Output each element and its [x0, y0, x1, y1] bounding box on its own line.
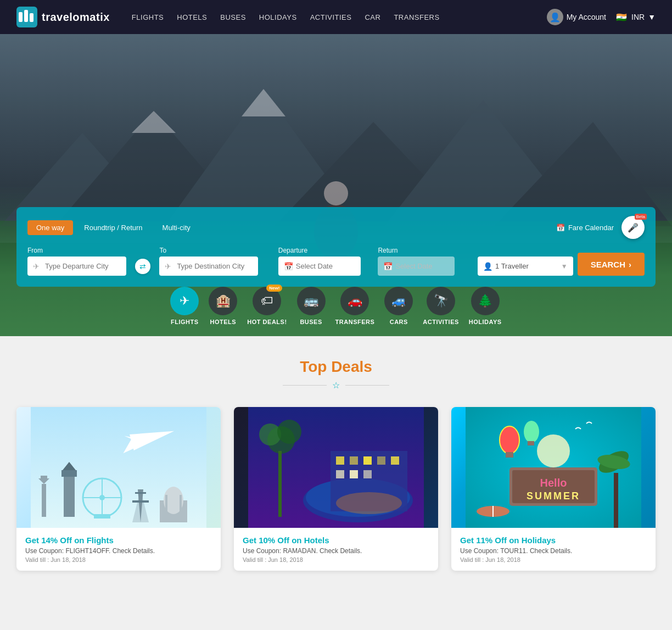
traveller-group: 👤 1 Traveller 2 Travellers 3 Travellers …	[478, 254, 573, 276]
logo-icon	[16, 7, 37, 27]
departure-city-input[interactable]	[27, 257, 126, 276]
hotels-deal-valid: Valid till : Jun 18, 2018	[243, 556, 429, 563]
svg-rect-49	[350, 456, 358, 465]
svg-rect-3	[30, 13, 33, 22]
hotels-deal-image	[234, 407, 438, 528]
flights-deal-image	[16, 407, 221, 528]
svg-rect-52	[391, 456, 399, 465]
swap-icon[interactable]: ⇄	[135, 259, 150, 274]
category-hotels[interactable]: 🏨 HOTELS	[209, 287, 237, 325]
currency-dropdown-icon: ▼	[648, 13, 656, 21]
roundtrip-button[interactable]: Roundtrip / Return	[75, 220, 151, 235]
one-way-button[interactable]: One way	[27, 220, 73, 235]
flights-illustration	[31, 407, 206, 528]
hero-section: One way Roundtrip / Return Multi-city 📅 …	[0, 34, 672, 336]
return-date-input[interactable]	[378, 257, 455, 276]
svg-text:Hello: Hello	[540, 477, 567, 489]
activities-label: ACTIVITIES	[423, 319, 459, 325]
destination-city-input[interactable]	[159, 257, 258, 276]
nav-holidays[interactable]: HOLIDAYS	[259, 13, 297, 21]
deals-grid: Get 14% Off on Flights Use Coupon: FLIGH…	[16, 407, 656, 571]
svg-rect-54	[350, 470, 358, 478]
category-buses[interactable]: 🚌 BUSES	[297, 287, 326, 325]
departure-date-input[interactable]	[278, 257, 361, 276]
svg-rect-38	[165, 495, 167, 511]
new-badge: New!	[266, 285, 282, 292]
holidays-deal-valid: Valid till : Jun 18, 2018	[460, 556, 647, 563]
category-activities[interactable]: 🔭 ACTIVITIES	[423, 287, 459, 325]
buses-icon-wrap: 🚌	[297, 287, 326, 315]
beta-badge: Beta	[635, 214, 647, 220]
hot-deals-icon: 🏷	[261, 294, 273, 308]
traveller-select[interactable]: 1 Traveller 2 Travellers 3 Travellers 4 …	[478, 257, 573, 276]
flights-icon-wrap: ✈	[170, 287, 199, 315]
to-group: To ✈	[159, 247, 273, 276]
hotels-deal-title: Get 10% Off on Hotels	[243, 536, 429, 545]
nav-hotels[interactable]: HOTELS	[177, 13, 207, 21]
category-transfers[interactable]: 🚗 TRANSFERS	[335, 287, 375, 325]
nav-transfers[interactable]: TRANSFERS	[394, 13, 439, 21]
svg-rect-50	[363, 456, 372, 465]
departure-group: Departure 📅	[278, 247, 374, 276]
flag-icon: 🇮🇳	[615, 10, 628, 24]
svg-rect-34	[132, 500, 149, 503]
transfers-icon: 🚗	[348, 294, 362, 308]
buses-icon: 🚌	[304, 294, 318, 308]
deal-card-flights[interactable]: Get 14% Off on Flights Use Coupon: FLIGH…	[16, 407, 221, 571]
return-label: Return	[378, 247, 473, 254]
hotels-illustration	[248, 407, 424, 528]
holidays-deal-title: Get 11% Off on Holidays	[460, 536, 647, 545]
account-icon: 👤	[547, 9, 563, 25]
search-panel: One way Roundtrip / Return Multi-city 📅 …	[16, 207, 656, 287]
svg-rect-44	[278, 451, 282, 517]
nav-car[interactable]: CAR	[365, 13, 380, 21]
svg-point-56	[336, 492, 402, 514]
divider-left	[283, 385, 327, 386]
category-holidays[interactable]: 🌲 HOLIDAYS	[469, 287, 502, 325]
svg-rect-24	[64, 473, 75, 517]
voice-button[interactable]: 🎤 Beta	[621, 216, 645, 239]
nav-activities[interactable]: ACTIVITIES	[310, 13, 352, 21]
buses-label: BUSES	[300, 319, 322, 325]
holidays-label: HOLIDAYS	[469, 319, 502, 325]
currency-selector[interactable]: 🇮🇳 INR ▼	[615, 10, 656, 24]
calendar-icon: 📅	[556, 224, 565, 232]
svg-rect-48	[336, 456, 344, 465]
svg-rect-55	[363, 470, 372, 478]
transfers-icon-wrap: 🚗	[340, 287, 369, 315]
holidays-illustration: Hello SUMMER	[466, 407, 641, 528]
flights-deal-valid: Valid till : Jun 18, 2018	[25, 556, 212, 563]
svg-rect-23	[41, 476, 47, 480]
search-inputs: From ✈ ⇄ To ✈ Departure 📅	[27, 247, 645, 276]
logo-text: travelomatix	[42, 11, 110, 24]
search-button[interactable]: SEARCH ›	[578, 253, 645, 276]
svg-rect-31	[94, 514, 110, 519]
from-input-wrapper: ✈ ⇄	[27, 257, 142, 276]
category-flights[interactable]: ✈ FLIGHTS	[170, 287, 199, 325]
svg-rect-53	[336, 470, 344, 478]
multi-city-button[interactable]: Multi-city	[154, 220, 199, 235]
nav: FLIGHTS HOTELS BUSES HOLIDAYS ACTIVITIES…	[132, 13, 547, 21]
svg-rect-63	[528, 441, 534, 445]
svg-rect-39	[180, 495, 182, 511]
header: travelomatix FLIGHTS HOTELS BUSES HOLIDA…	[0, 0, 672, 34]
deal-card-hotels[interactable]: Get 10% Off on Hotels Use Coupon: RAMADA…	[234, 407, 438, 571]
svg-rect-61	[506, 452, 513, 458]
nav-flights[interactable]: FLIGHTS	[132, 13, 164, 21]
activities-icon: 🔭	[434, 294, 449, 308]
category-hot-deals[interactable]: 🏷 New! HOT DEALS!	[247, 287, 287, 325]
trip-type-row: One way Roundtrip / Return Multi-city 📅 …	[27, 216, 645, 239]
fare-calendar[interactable]: 📅 Fare Calendar	[556, 224, 614, 232]
logo[interactable]: travelomatix	[16, 7, 110, 27]
search-button-arrow-icon: ›	[629, 260, 631, 269]
svg-point-16	[324, 181, 348, 205]
svg-rect-25	[61, 470, 77, 477]
deal-card-holidays[interactable]: Hello SUMMER Get 11% Off on Holidays Use	[451, 407, 656, 571]
svg-rect-2	[24, 10, 28, 22]
departure-date-wrapper: 📅	[278, 257, 374, 276]
category-cars[interactable]: 🚙 CARS	[384, 287, 413, 325]
svg-rect-35	[135, 492, 146, 494]
nav-buses[interactable]: BUSES	[220, 13, 246, 21]
microphone-icon: 🎤	[628, 222, 639, 233]
my-account[interactable]: 👤 My Account	[547, 9, 606, 25]
